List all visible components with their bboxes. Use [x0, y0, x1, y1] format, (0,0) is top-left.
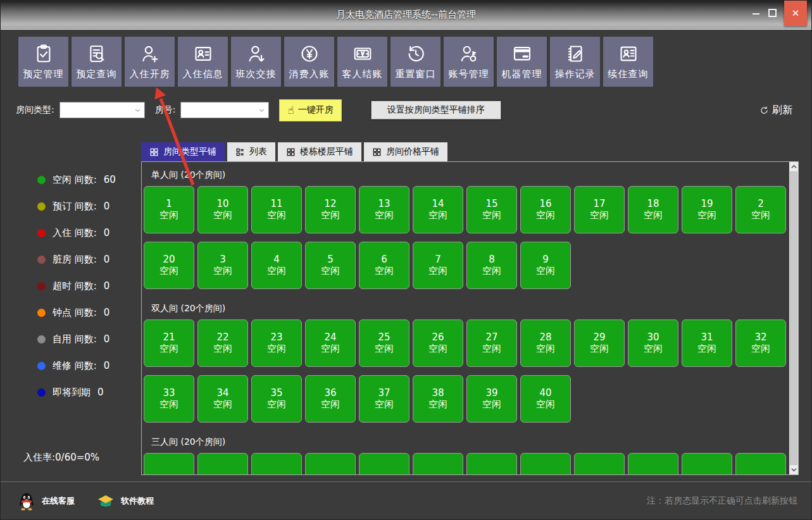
room-tile-11[interactable]: 11空闲: [251, 186, 302, 233]
minimize-button[interactable]: [747, 1, 764, 22]
room-tile[interactable]: [305, 453, 356, 475]
room-tile-28[interactable]: 28空闲: [520, 319, 571, 367]
sort-by-room-type-button[interactable]: 设置按房间类型平铺排序: [371, 101, 501, 120]
room-tile-26[interactable]: 26空闲: [413, 319, 463, 367]
room-tile-5[interactable]: 5空闲: [305, 242, 356, 289]
grid-icon: [372, 147, 382, 157]
room-tile-33[interactable]: 33空闲: [144, 375, 194, 423]
tab-3[interactable]: 楼栋楼层平铺: [278, 142, 361, 161]
room-tile-2[interactable]: 2空闲: [735, 186, 786, 233]
room-no-select[interactable]: [180, 102, 269, 118]
tab-1[interactable]: 房间类型平铺: [141, 142, 225, 161]
toolbar-button-2[interactable]: 预定查询: [72, 37, 122, 87]
vertical-scrollbar[interactable]: [789, 162, 798, 474]
room-number: 28: [539, 333, 551, 342]
status-dot-icon: [37, 362, 46, 370]
scroll-down-button[interactable]: [789, 465, 798, 474]
banknote-icon: [353, 44, 373, 64]
one-key-open-room-button[interactable]: ☝ 一键开房: [279, 99, 341, 121]
room-tile-6[interactable]: 6空闲: [359, 242, 409, 289]
room-tile[interactable]: [251, 453, 302, 475]
room-tile-16[interactable]: 16空闲: [520, 186, 571, 233]
room-tile-40[interactable]: 40空闲: [520, 375, 571, 423]
toolbar-button-6[interactable]: 消费入账: [284, 37, 334, 87]
software-tutorial-link[interactable]: 软件教程: [97, 493, 154, 509]
room-tile-3[interactable]: 3空闲: [197, 242, 248, 289]
legend-item: 即将到期0: [37, 379, 141, 405]
doc-search-icon: [87, 44, 107, 64]
room-tile-18[interactable]: 18空闲: [628, 186, 678, 233]
room-tile-12[interactable]: 12空闲: [305, 186, 356, 233]
toolbar-button-7[interactable]: 客人结账: [337, 37, 387, 87]
toolbar-button-5[interactable]: 班次交接: [231, 37, 281, 87]
toolbar-button-label: 重置窗口: [396, 68, 436, 80]
room-tile[interactable]: [574, 453, 625, 475]
room-tile[interactable]: [628, 453, 678, 475]
refresh-button[interactable]: 刷新: [759, 104, 792, 117]
room-tile-37[interactable]: 37空闲: [359, 375, 409, 423]
room-tile-9[interactable]: 9空闲: [520, 242, 571, 289]
room-tile-32[interactable]: 32空闲: [735, 319, 786, 367]
room-tile[interactable]: [735, 453, 786, 475]
minimize-icon: [753, 13, 759, 15]
room-tile[interactable]: [359, 453, 409, 475]
room-tile-35[interactable]: 35空闲: [251, 375, 302, 423]
room-tile[interactable]: [682, 453, 732, 475]
online-service-link[interactable]: 在线客服: [18, 492, 75, 511]
room-number: 9: [542, 255, 549, 264]
room-tile-34[interactable]: 34空闲: [197, 375, 248, 423]
scroll-up-button[interactable]: [789, 162, 798, 171]
toolbar-button-4[interactable]: 入住信息: [178, 37, 228, 87]
room-number: 21: [163, 333, 175, 342]
room-number: 3: [220, 255, 226, 264]
maximize-button[interactable]: [764, 1, 780, 22]
legend-label: 钟点 间数:: [53, 307, 97, 319]
room-tile-10[interactable]: 10空闲: [197, 186, 248, 233]
scrollbar-thumb[interactable]: [790, 171, 797, 465]
room-tile[interactable]: [413, 453, 463, 475]
room-tile-31[interactable]: 31空闲: [682, 319, 732, 367]
toolbar-button-1[interactable]: 预定管理: [18, 37, 68, 87]
room-tile-29[interactable]: 29空闲: [574, 319, 625, 367]
room-tile-36[interactable]: 36空闲: [305, 375, 356, 423]
toolbar-button-12[interactable]: 续住查询: [603, 37, 653, 87]
toolbar-button-9[interactable]: 账号管理: [444, 37, 494, 87]
toolbar-button-3[interactable]: 入住开房: [125, 37, 175, 87]
room-tile-23[interactable]: 23空闲: [251, 319, 302, 367]
room-tile-25[interactable]: 25空闲: [359, 319, 409, 367]
room-tile-38[interactable]: 38空闲: [413, 375, 463, 423]
toolbar-button-8[interactable]: 重置窗口: [390, 37, 440, 87]
room-tile[interactable]: [197, 453, 248, 475]
close-button[interactable]: ✕: [784, 1, 807, 26]
room-tile-30[interactable]: 30空闲: [628, 319, 678, 367]
legend-label: 脏房 间数:: [53, 254, 97, 266]
legend-item: 钟点 间数:0: [37, 299, 141, 326]
room-tile-8[interactable]: 8空闲: [466, 242, 517, 289]
tab-4[interactable]: 房间价格平铺: [364, 142, 447, 161]
room-tile-19[interactable]: 19空闲: [682, 186, 732, 233]
room-tile-15[interactable]: 15空闲: [466, 186, 517, 233]
room-type-select[interactable]: [59, 102, 145, 118]
room-tile[interactable]: [520, 453, 571, 475]
room-tile-27[interactable]: 27空闲: [466, 319, 517, 367]
toolbar-button-11[interactable]: 操作记录: [550, 37, 600, 87]
room-tile-1[interactable]: 1空闲: [144, 186, 194, 233]
room-tile-22[interactable]: 22空闲: [197, 319, 248, 367]
room-tile-13[interactable]: 13空闲: [359, 186, 409, 233]
room-tile-39[interactable]: 39空闲: [466, 375, 517, 423]
room-tile[interactable]: [144, 453, 194, 475]
room-tile-17[interactable]: 17空闲: [574, 186, 625, 233]
room-status: 空闲: [482, 266, 501, 276]
room-tile-20[interactable]: 20空闲: [144, 242, 194, 289]
status-dot-icon: [37, 229, 46, 237]
room-tile-24[interactable]: 24空闲: [305, 319, 356, 367]
toolbar-button-10[interactable]: 机器管理: [497, 37, 547, 87]
room-status: 空闲: [590, 344, 609, 354]
room-tile-7[interactable]: 7空闲: [413, 242, 463, 289]
room-tile-21[interactable]: 21空闲: [144, 319, 194, 367]
room-tile-4[interactable]: 4空闲: [251, 242, 302, 289]
room-tile-14[interactable]: 14空闲: [413, 186, 463, 233]
tab-2[interactable]: 列表: [227, 142, 275, 161]
room-number: 12: [324, 199, 336, 209]
room-tile[interactable]: [466, 453, 517, 475]
